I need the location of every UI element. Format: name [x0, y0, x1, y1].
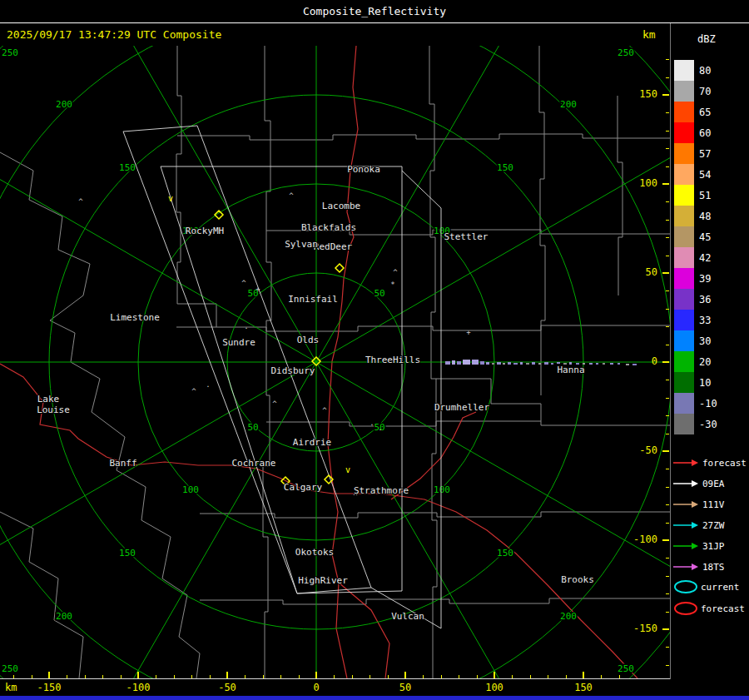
city-label: ThreeHills: [365, 355, 420, 365]
colorbar-value-label: 30: [699, 335, 711, 347]
range-label: 100: [434, 484, 450, 495]
legend-label: forecast: [701, 603, 745, 614]
ellipse-legend: currentforecast: [672, 576, 745, 619]
colorbar-value-label: 45: [699, 231, 711, 243]
range-label: 150: [497, 162, 513, 173]
colorbar-level: 36: [674, 289, 717, 310]
precip-echo: [472, 360, 479, 365]
colorbar-value-label: 80: [699, 65, 711, 77]
colorbar-swatch: [674, 414, 694, 434]
legend-row: 31JP: [672, 536, 747, 557]
bottom-axis-tick-label: 100: [478, 682, 511, 693]
ellipse-icon: [674, 580, 697, 593]
town-marker: ^: [393, 268, 398, 276]
bottom-axis-tick-label: 0: [300, 682, 333, 693]
town-marker: .: [244, 322, 248, 330]
range-label: 250: [618, 47, 634, 58]
precip-echo: [603, 363, 605, 365]
legend-row: 27ZW: [672, 515, 747, 536]
precip-echo: [596, 363, 598, 365]
precip-echo: [626, 364, 629, 365]
legend-row: current: [672, 576, 745, 598]
colorbar-level: 57: [674, 143, 717, 164]
bottom-axis-tick-label: -100: [122, 682, 155, 693]
city-label: Brooks: [561, 574, 594, 585]
colorbar-level: 33: [674, 310, 717, 330]
bottom-axis: km -150-100-50050100150: [0, 679, 749, 696]
range-label: 150: [497, 548, 513, 559]
legend-label: 31JP: [702, 541, 725, 552]
arrow-glyph: [672, 458, 699, 468]
colorbar-swatch: [674, 330, 694, 351]
city-label: Vulcan: [391, 611, 424, 622]
city-label: Innisfail: [288, 294, 338, 305]
city-label: Cochrane: [232, 458, 276, 469]
town-marker: ^: [191, 387, 196, 395]
colorbar-level: 60: [674, 122, 717, 143]
town-marker: .: [206, 380, 210, 389]
city-label: Didsbury: [271, 365, 315, 376]
range-label: 100: [182, 484, 199, 495]
colorbar-value-label: -30: [699, 419, 717, 430]
colorbar-value-label: 70: [699, 86, 711, 97]
colorbar-value-label: 20: [699, 356, 711, 368]
colorbar-swatch: [674, 372, 694, 393]
window-title: Composite_Reflectivity: [303, 5, 446, 17]
precip-echo: [452, 360, 455, 365]
precip-echo: [503, 363, 505, 365]
colorbar-swatch: [674, 268, 694, 289]
city-label: Okotoks: [295, 547, 334, 558]
range-label: 150: [119, 162, 136, 173]
radar-display[interactable]: 5010015020025050100150200250501001502002…: [0, 46, 670, 678]
legend-row: 18TS: [672, 557, 747, 578]
range-label: 250: [2, 47, 18, 58]
colorbar-value-label: 54: [699, 169, 711, 181]
precip-echo: [508, 362, 511, 365]
bottom-axis-tick-label: -50: [211, 682, 244, 693]
colorbar-swatch: [674, 351, 694, 372]
colorbar-level: 30: [674, 330, 717, 351]
range-label: 200: [56, 99, 72, 110]
colorbar-level: -10: [674, 393, 717, 414]
colorbar-level: 20: [674, 351, 717, 372]
colorbar-level: 65: [674, 102, 717, 122]
range-label: 200: [560, 611, 577, 622]
colorbar-value-label: 48: [699, 211, 711, 222]
precip-echo: [557, 362, 560, 364]
town-marker: ^: [241, 279, 246, 287]
range-label: 50: [374, 288, 384, 299]
colorbar-swatch: [674, 226, 694, 247]
precip-echo: [463, 360, 470, 365]
city-label: HighRiver: [298, 575, 348, 586]
city-label: RedDeer: [314, 241, 353, 252]
colorbar-level: 80: [674, 60, 717, 81]
colorbar-level: 51: [674, 185, 717, 206]
colorbar-level: 10: [674, 372, 717, 393]
colorbar-swatch: [674, 289, 694, 310]
colorbar-level: 45: [674, 226, 717, 247]
city-label: Sundre: [222, 337, 255, 348]
colorbar-value-label: 39: [699, 273, 711, 285]
city-label: Stettler: [444, 231, 489, 242]
arrow-icon: [672, 476, 699, 492]
precip-echo: [589, 363, 593, 365]
colorbar-level: 54: [674, 164, 717, 185]
radar-map-area[interactable]: 5010015020025050100150200250501001502002…: [0, 46, 670, 679]
colorbar-value-label: 33: [699, 315, 711, 326]
arrow-icon: [672, 559, 699, 575]
bottom-scrollbar[interactable]: [0, 696, 749, 700]
colorbar-value-label: 57: [699, 148, 711, 160]
arrow-glyph: [672, 541, 699, 551]
town-marker: ^: [272, 400, 277, 408]
colorbar-value-label: 42: [699, 252, 711, 264]
county-boundary: [176, 325, 670, 331]
legend-label: 18TS: [702, 562, 725, 573]
highway: [339, 583, 389, 678]
city-label: RockyMH: [186, 226, 224, 236]
precip-echo: [632, 364, 637, 365]
bottom-axis-tick-label: -150: [32, 682, 66, 693]
county-boundary: [436, 379, 541, 421]
range-label: 200: [560, 99, 577, 110]
county-boundary: [176, 46, 181, 304]
precip-echo: [520, 362, 523, 365]
